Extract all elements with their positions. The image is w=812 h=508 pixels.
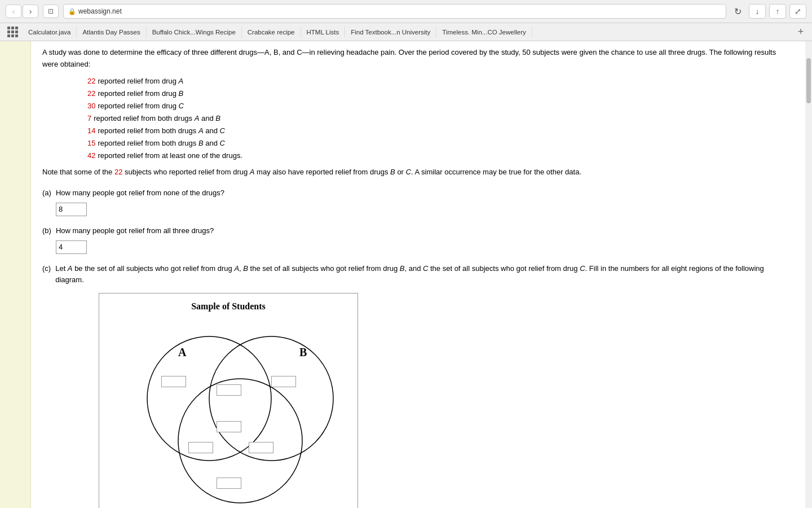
browser-toolbar: ‹ › ⊡ 🔒 webassign.net ↻ ↓ ↑ ⤢: [0, 0, 812, 23]
q-a-text: How many people got relief from none of …: [56, 187, 224, 199]
right-buttons: ↓ ↑ ⤢: [749, 4, 806, 19]
q-a-letter: (a): [42, 187, 51, 199]
scrollbar[interactable]: [805, 41, 812, 508]
answer-a-input[interactable]: [56, 203, 87, 216]
tab-timeless[interactable]: Timeless. Min...CO Jewellery: [436, 27, 532, 38]
venn-input-only-b[interactable]: [271, 376, 296, 387]
text-22-b: reported relief from drug B: [98, 87, 183, 100]
lock-icon: 🔒: [68, 8, 76, 15]
venn-input-ab-only[interactable]: [217, 384, 241, 396]
number-22-b: 22: [87, 87, 95, 100]
number-7: 7: [87, 112, 91, 125]
browser-chrome: ‹ › ⊡ 🔒 webassign.net ↻ ↓ ↑ ⤢: [0, 0, 812, 23]
number-15: 15: [87, 137, 95, 150]
url-bar: 🔒 webassign.net: [63, 4, 726, 19]
q-b-letter: (b): [42, 225, 51, 237]
scrollbar-thumb[interactable]: [806, 58, 811, 103]
svg-text:B: B: [299, 346, 307, 358]
tab-crabcake[interactable]: Crabcake recipe: [242, 27, 301, 38]
q-c-text: Let A be the set of all subjects who got…: [55, 263, 794, 287]
tab-bar: Calculator.java Atlantis Day Passes Buff…: [0, 23, 812, 41]
study-description: A study was done to determine the effica…: [42, 47, 794, 71]
number-42: 42: [87, 150, 95, 162]
question-a-block: (a) How many people got relief from none…: [42, 187, 794, 216]
apps-grid-icon: [7, 27, 18, 37]
data-row-6: 15 reported relief from both drugs B and…: [87, 137, 794, 150]
tab-atlantis[interactable]: Atlantis Day Passes: [77, 27, 146, 38]
question-b-block: (b) How many people got relief from all …: [42, 225, 794, 254]
data-row-2: 22 reported relief from drug B: [87, 87, 794, 100]
sidebar-yellow: [0, 41, 31, 508]
venn-input-ac-only[interactable]: [188, 442, 213, 453]
answer-b-input[interactable]: [56, 240, 87, 254]
fullscreen-button[interactable]: ⤢: [789, 4, 806, 19]
question-b-label: (b) How many people got relief from all …: [42, 225, 794, 237]
nav-buttons: ‹ ›: [6, 5, 38, 18]
q-b-text: How many people got relief from all thre…: [56, 225, 214, 237]
tab-html-lists[interactable]: HTML Lists: [301, 27, 346, 38]
main-wrapper: A study was done to determine the effica…: [0, 41, 812, 508]
data-row-7: 42 reported relief from at least one of …: [87, 150, 794, 162]
share-button[interactable]: ↑: [769, 4, 786, 19]
note-text: Note that some of the 22 subjects who re…: [42, 167, 794, 178]
question-a-label: (a) How many people got relief from none…: [42, 187, 794, 199]
tab-buffalo[interactable]: Buffalo Chick...Wings Recipe: [147, 27, 242, 38]
number-14: 14: [87, 125, 95, 137]
svg-text:A: A: [178, 346, 187, 358]
venn-input-abc[interactable]: [217, 421, 241, 432]
text-14: reported relief from both drugs A and C: [98, 125, 224, 137]
apps-grid-button[interactable]: [5, 24, 20, 40]
data-row-3: 30 reported relief from drug C: [87, 100, 794, 112]
reader-button[interactable]: ⊡: [43, 5, 59, 18]
q-c-letter: (c): [42, 263, 51, 287]
data-row-4: 7 reported relief from both drugs A and …: [87, 112, 794, 125]
text-15: reported relief from both drugs B and C: [98, 137, 224, 150]
venn-svg-wrapper: A B: [105, 317, 353, 508]
text-42: reported relief from at least one of the…: [98, 150, 242, 162]
number-22-a: 22: [87, 75, 95, 87]
text-22-a: reported relief from drug A: [98, 75, 183, 87]
url-text: webassign.net: [78, 7, 721, 15]
question-c-block: (c) Let A be the set of all subjects who…: [42, 263, 794, 508]
text-7: reported relief from both drugs A and B: [94, 112, 220, 125]
venn-diagram-container: Sample of Students A B: [99, 293, 358, 508]
back-button[interactable]: ‹: [6, 5, 21, 18]
add-tab-button[interactable]: +: [794, 25, 807, 39]
number-30: 30: [87, 100, 95, 112]
reload-button[interactable]: ↻: [731, 5, 744, 18]
data-list: 22 reported relief from drug A 22 report…: [87, 75, 794, 163]
venn-input-bc-only[interactable]: [249, 442, 273, 453]
note-number: 22: [114, 168, 122, 176]
venn-input-only-a[interactable]: [161, 376, 186, 387]
text-30: reported relief from drug C: [98, 100, 183, 112]
content-area: A study was done to determine the effica…: [31, 41, 805, 508]
tab-find-textbook[interactable]: Find Textbook...n University: [345, 27, 436, 38]
venn-title: Sample of Students: [105, 299, 352, 314]
tabs-list: Calculator.java Atlantis Day Passes Buff…: [23, 27, 792, 38]
tab-calculator-java[interactable]: Calculator.java: [23, 27, 77, 38]
download-button[interactable]: ↓: [749, 4, 766, 19]
data-row-1: 22 reported relief from drug A: [87, 75, 794, 87]
venn-input-only-c[interactable]: [217, 478, 241, 489]
forward-button[interactable]: ›: [23, 5, 38, 18]
data-row-5: 14 reported relief from both drugs A and…: [87, 125, 794, 137]
question-c-label: (c) Let A be the set of all subjects who…: [42, 263, 794, 287]
